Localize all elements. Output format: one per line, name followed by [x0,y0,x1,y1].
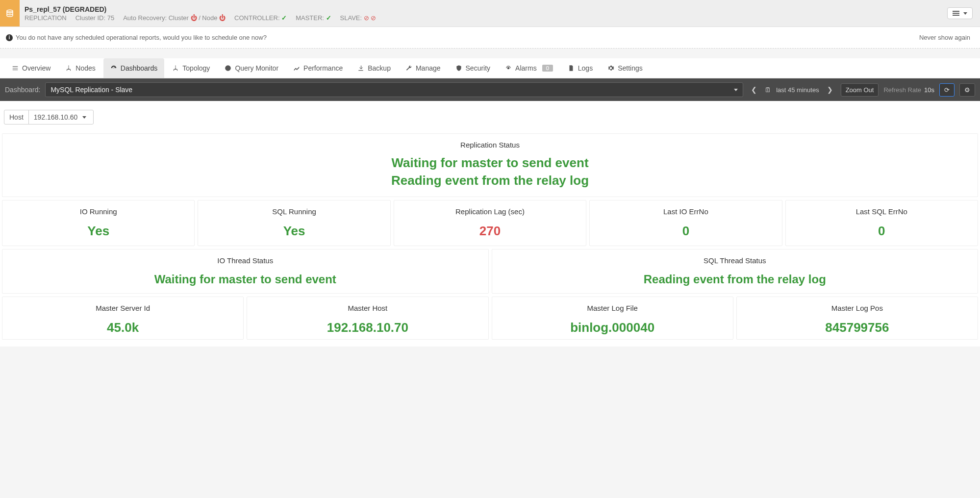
nav-label: Backup [368,64,391,72]
tab-query-monitor[interactable]: Query Monitor [218,58,285,78]
chevron-down-icon [963,12,967,15]
time-range-label[interactable]: last 45 minutes [776,86,819,94]
list-icon [12,65,19,72]
nav-label: Nodes [75,64,95,72]
tab-topology[interactable]: Topology [165,58,217,78]
host-label: Host [4,110,29,124]
tab-dashboards[interactable]: Dashboards [103,58,165,78]
host-picker-row: Host 192.168.10.60 [0,101,980,129]
master-label: MASTER: [296,14,324,22]
nav-label: Performance [303,64,343,72]
info-icon: i [6,34,13,41]
panel-value: 270 [399,224,581,239]
tab-security[interactable]: Security [449,58,498,78]
tab-manage[interactable]: Manage [399,58,448,78]
host-picker[interactable]: Host 192.168.10.60 [4,110,94,124]
tab-overview[interactable]: Overview [5,58,57,78]
panel-value: Waiting for master to send event [7,273,483,286]
refresh-rate-value[interactable]: 10s [924,86,934,94]
panel-title: SQL Thread Status [497,256,973,265]
zoom-out-button[interactable]: Zoom Out [841,83,879,97]
panel-io-running[interactable]: IO Running Yes [2,200,195,246]
panel-value: Waiting for master to send event Reading… [7,154,973,190]
panel-title: Last IO ErrNo [595,207,777,216]
panel-sql-running[interactable]: SQL Running Yes [198,200,390,246]
panel-master-server-id[interactable]: Master Server Id 45.0k [2,297,244,340]
nav-label: Overview [22,64,50,72]
tab-backup[interactable]: Backup [351,58,398,78]
gear-icon: ⚙ [964,86,970,94]
zoom-out-label: Zoom Out [846,86,874,94]
warning-icon: ⊘ [371,14,376,22]
tab-performance[interactable]: Performance [286,58,350,78]
panel-title: Replication Lag (sec) [399,207,581,216]
panel-value: Reading event from the relay log [497,273,973,286]
refresh-button[interactable]: ⟳ [939,83,955,97]
sitemap-icon [65,65,72,72]
clock-icon [225,65,231,72]
tab-settings[interactable]: Settings [601,58,650,78]
alarms-count-badge: 0 [542,65,553,72]
time-prev-button[interactable]: ❮ [748,84,760,96]
topbar-right [940,0,980,26]
time-next-button[interactable]: ❯ [824,84,836,96]
shield-icon [455,65,462,72]
panel-last-sql-errno[interactable]: Last SQL ErrNo 0 [785,200,978,246]
panel-last-io-errno[interactable]: Last IO ErrNo 0 [589,200,782,246]
nav-label: Manage [416,64,441,72]
chart-icon [293,65,300,72]
cluster-type-label: REPLICATION [25,14,67,22]
tab-alarms[interactable]: Alarms 0 [498,58,560,78]
panels-container: Replication Status Waiting for master to… [0,129,980,347]
auto-recovery-label: Auto Recovery: Cluster [123,14,189,22]
auto-recovery-group: Auto Recovery: Cluster ⏻ / Node ⏻ [123,14,226,22]
panel-replication-lag[interactable]: Replication Lag (sec) 270 [394,200,586,246]
panel-value: Yes [203,224,385,239]
cluster-info: Ps_repl_57 (DEGRADED) REPLICATION Cluste… [20,0,940,26]
nav-label: Alarms [515,64,537,72]
panel-master-host[interactable]: Master Host 192.168.10.70 [247,297,488,340]
document-icon [568,65,575,72]
top-bar: Ps_repl_57 (DEGRADED) REPLICATION Cluste… [0,0,980,27]
database-icon [5,9,14,18]
alert-dismiss-link[interactable]: Never show again [915,32,974,43]
panel-sql-thread-status[interactable]: SQL Thread Status Reading event from the… [492,249,979,294]
wrench-icon [405,65,412,72]
panel-title: Master Server Id [7,304,238,312]
cluster-subinfo: REPLICATION Cluster ID: 75 Auto Recovery… [25,14,935,22]
dashboard-toolbar: Dashboard: MySQL Replication - Slave ❮ 🗓… [0,78,980,101]
signal-icon [505,65,512,72]
replication-status-line1: Waiting for master to send event [7,154,973,172]
panel-title: Last SQL ErrNo [791,207,973,216]
cluster-title: Ps_repl_57 (DEGRADED) [25,5,935,13]
panel-io-thread-status[interactable]: IO Thread Status Waiting for master to s… [2,249,489,294]
power-icon: ⏻ [219,14,226,22]
power-icon: ⏻ [191,14,197,22]
dashboard-settings-button[interactable]: ⚙ [959,83,975,97]
panel-value: 0 [791,224,973,239]
nav-label: Dashboards [121,64,158,72]
panel-title: IO Running [7,207,189,216]
refresh-icon: ⟳ [944,86,950,94]
panel-value: 845799756 [742,320,973,335]
refresh-rate-group: Refresh Rate 10s [883,86,934,94]
panel-title: Master Host [252,304,483,312]
slave-status-group: SLAVE: ⊘ ⊘ [340,14,377,22]
panel-master-log-file[interactable]: Master Log File binlog.000040 [492,297,733,340]
host-value[interactable]: 192.168.10.60 [29,110,94,124]
dashboard-icon [110,65,117,72]
calendar-icon: 🗓 [765,86,771,94]
cluster-id-label: Cluster ID: 75 [75,14,114,22]
panel-replication-status[interactable]: Replication Status Waiting for master to… [2,133,978,197]
dashboard-select[interactable]: MySQL Replication - Slave [45,82,743,97]
panel-master-log-pos[interactable]: Master Log Pos 845799756 [736,297,978,340]
dashboard-label: Dashboard: [5,86,40,94]
topbar-menu-button[interactable] [947,7,973,19]
controller-status-group: CONTROLLER: ✓ [234,14,287,22]
nav-label: Topology [182,64,210,72]
tab-nodes[interactable]: Nodes [58,58,102,78]
panel-title: Replication Status [7,141,973,149]
alert-text[interactable]: You do not have any scheduled operationa… [16,34,267,41]
tab-logs[interactable]: Logs [561,58,600,78]
dashboard-select-value: MySQL Replication - Slave [50,86,132,94]
